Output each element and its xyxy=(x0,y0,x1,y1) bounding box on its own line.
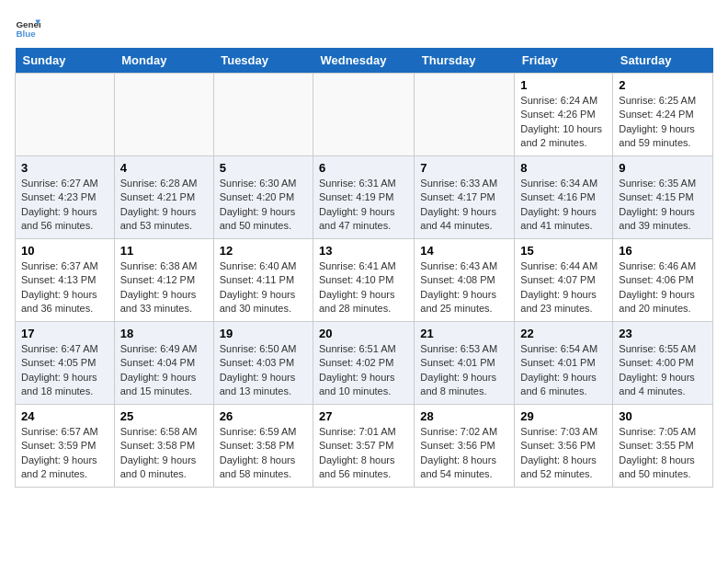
calendar-cell: 10Sunrise: 6:37 AM Sunset: 4:13 PM Dayli… xyxy=(16,239,115,322)
day-info: Sunrise: 6:58 AM Sunset: 3:58 PM Dayligh… xyxy=(120,425,208,482)
col-header-thursday: Thursday xyxy=(415,48,515,74)
calendar-cell: 2Sunrise: 6:25 AM Sunset: 4:24 PM Daylig… xyxy=(613,74,713,156)
calendar-cell: 13Sunrise: 6:41 AM Sunset: 4:10 PM Dayli… xyxy=(313,239,414,322)
day-info: Sunrise: 6:34 AM Sunset: 4:16 PM Dayligh… xyxy=(520,177,607,234)
day-info: Sunrise: 6:50 AM Sunset: 4:03 PM Dayligh… xyxy=(220,342,307,399)
calendar-cell: 20Sunrise: 6:51 AM Sunset: 4:02 PM Dayli… xyxy=(313,322,414,405)
calendar-cell: 7Sunrise: 6:33 AM Sunset: 4:17 PM Daylig… xyxy=(415,156,515,239)
day-number: 29 xyxy=(520,409,607,423)
day-number: 13 xyxy=(319,244,408,258)
day-info: Sunrise: 6:41 AM Sunset: 4:10 PM Dayligh… xyxy=(319,259,408,316)
day-number: 15 xyxy=(520,244,607,258)
day-info: Sunrise: 6:57 AM Sunset: 3:59 PM Dayligh… xyxy=(21,425,108,482)
calendar-cell: 26Sunrise: 6:59 AM Sunset: 3:58 PM Dayli… xyxy=(213,405,313,488)
day-number: 7 xyxy=(420,161,508,175)
logo: General Blue xyxy=(15,15,40,40)
day-number: 3 xyxy=(21,161,108,175)
day-info: Sunrise: 7:01 AM Sunset: 3:57 PM Dayligh… xyxy=(319,425,408,482)
day-number: 11 xyxy=(120,244,208,258)
day-info: Sunrise: 6:25 AM Sunset: 4:24 PM Dayligh… xyxy=(619,94,707,151)
day-number: 21 xyxy=(420,327,508,340)
day-info: Sunrise: 6:38 AM Sunset: 4:12 PM Dayligh… xyxy=(120,259,208,316)
day-number: 25 xyxy=(120,409,208,423)
day-info: Sunrise: 6:28 AM Sunset: 4:21 PM Dayligh… xyxy=(120,177,208,234)
day-info: Sunrise: 7:03 AM Sunset: 3:56 PM Dayligh… xyxy=(520,425,607,482)
col-header-sunday: Sunday xyxy=(16,48,115,74)
calendar-cell: 28Sunrise: 7:02 AM Sunset: 3:56 PM Dayli… xyxy=(415,405,515,488)
header: General Blue xyxy=(15,15,713,40)
day-number: 12 xyxy=(220,244,307,258)
calendar-cell: 17Sunrise: 6:47 AM Sunset: 4:05 PM Dayli… xyxy=(16,322,115,405)
calendar-cell xyxy=(213,74,313,156)
day-info: Sunrise: 6:54 AM Sunset: 4:01 PM Dayligh… xyxy=(520,342,607,399)
day-number: 8 xyxy=(520,161,607,175)
calendar-cell: 1Sunrise: 6:24 AM Sunset: 4:26 PM Daylig… xyxy=(515,74,613,156)
col-header-tuesday: Tuesday xyxy=(213,48,313,74)
day-info: Sunrise: 6:40 AM Sunset: 4:11 PM Dayligh… xyxy=(220,259,307,316)
day-info: Sunrise: 6:37 AM Sunset: 4:13 PM Dayligh… xyxy=(21,259,108,316)
day-number: 27 xyxy=(319,409,408,423)
col-header-friday: Friday xyxy=(515,48,613,74)
col-header-saturday: Saturday xyxy=(613,48,713,74)
calendar-cell xyxy=(313,74,414,156)
calendar-cell: 23Sunrise: 6:55 AM Sunset: 4:00 PM Dayli… xyxy=(613,322,713,405)
calendar-cell: 15Sunrise: 6:44 AM Sunset: 4:07 PM Dayli… xyxy=(515,239,613,322)
day-number: 28 xyxy=(420,409,508,423)
day-info: Sunrise: 7:02 AM Sunset: 3:56 PM Dayligh… xyxy=(420,425,508,482)
calendar-cell: 29Sunrise: 7:03 AM Sunset: 3:56 PM Dayli… xyxy=(515,405,613,488)
calendar-cell xyxy=(16,74,115,156)
calendar-cell: 18Sunrise: 6:49 AM Sunset: 4:04 PM Dayli… xyxy=(114,322,213,405)
day-number: 20 xyxy=(319,327,408,340)
day-number: 5 xyxy=(220,161,307,175)
calendar-cell: 14Sunrise: 6:43 AM Sunset: 4:08 PM Dayli… xyxy=(415,239,515,322)
day-info: Sunrise: 6:53 AM Sunset: 4:01 PM Dayligh… xyxy=(420,342,508,399)
calendar-cell: 12Sunrise: 6:40 AM Sunset: 4:11 PM Dayli… xyxy=(213,239,313,322)
logo-icon: General Blue xyxy=(15,15,40,40)
day-info: Sunrise: 6:59 AM Sunset: 3:58 PM Dayligh… xyxy=(220,425,307,482)
day-info: Sunrise: 6:43 AM Sunset: 4:08 PM Dayligh… xyxy=(420,259,508,316)
day-number: 22 xyxy=(520,327,607,340)
day-number: 19 xyxy=(220,327,307,340)
day-info: Sunrise: 7:05 AM Sunset: 3:55 PM Dayligh… xyxy=(619,425,707,482)
calendar-cell: 22Sunrise: 6:54 AM Sunset: 4:01 PM Dayli… xyxy=(515,322,613,405)
day-number: 17 xyxy=(21,327,108,340)
day-number: 18 xyxy=(120,327,208,340)
calendar-cell: 27Sunrise: 7:01 AM Sunset: 3:57 PM Dayli… xyxy=(313,405,414,488)
day-info: Sunrise: 6:44 AM Sunset: 4:07 PM Dayligh… xyxy=(520,259,607,316)
day-info: Sunrise: 6:31 AM Sunset: 4:19 PM Dayligh… xyxy=(319,177,408,234)
col-header-monday: Monday xyxy=(114,48,213,74)
calendar-cell: 11Sunrise: 6:38 AM Sunset: 4:12 PM Dayli… xyxy=(114,239,213,322)
calendar-cell: 6Sunrise: 6:31 AM Sunset: 4:19 PM Daylig… xyxy=(313,156,414,239)
calendar-cell: 4Sunrise: 6:28 AM Sunset: 4:21 PM Daylig… xyxy=(114,156,213,239)
col-header-wednesday: Wednesday xyxy=(313,48,414,74)
day-number: 23 xyxy=(619,327,707,340)
day-info: Sunrise: 6:51 AM Sunset: 4:02 PM Dayligh… xyxy=(319,342,408,399)
day-number: 2 xyxy=(619,78,707,92)
calendar-cell: 21Sunrise: 6:53 AM Sunset: 4:01 PM Dayli… xyxy=(415,322,515,405)
calendar-cell: 5Sunrise: 6:30 AM Sunset: 4:20 PM Daylig… xyxy=(213,156,313,239)
day-number: 1 xyxy=(520,78,607,92)
day-info: Sunrise: 6:30 AM Sunset: 4:20 PM Dayligh… xyxy=(220,177,307,234)
day-info: Sunrise: 6:33 AM Sunset: 4:17 PM Dayligh… xyxy=(420,177,508,234)
day-number: 4 xyxy=(120,161,208,175)
day-number: 16 xyxy=(619,244,707,258)
svg-text:Blue: Blue xyxy=(16,29,36,39)
day-info: Sunrise: 6:47 AM Sunset: 4:05 PM Dayligh… xyxy=(21,342,108,399)
day-info: Sunrise: 6:46 AM Sunset: 4:06 PM Dayligh… xyxy=(619,259,707,316)
calendar-cell: 25Sunrise: 6:58 AM Sunset: 3:58 PM Dayli… xyxy=(114,405,213,488)
calendar-cell: 3Sunrise: 6:27 AM Sunset: 4:23 PM Daylig… xyxy=(16,156,115,239)
calendar-cell: 24Sunrise: 6:57 AM Sunset: 3:59 PM Dayli… xyxy=(16,405,115,488)
calendar-cell: 16Sunrise: 6:46 AM Sunset: 4:06 PM Dayli… xyxy=(613,239,713,322)
calendar-cell xyxy=(114,74,213,156)
calendar-cell xyxy=(415,74,515,156)
calendar-cell: 8Sunrise: 6:34 AM Sunset: 4:16 PM Daylig… xyxy=(515,156,613,239)
day-number: 26 xyxy=(220,409,307,423)
day-number: 30 xyxy=(619,409,707,423)
calendar-cell: 30Sunrise: 7:05 AM Sunset: 3:55 PM Dayli… xyxy=(613,405,713,488)
day-info: Sunrise: 6:24 AM Sunset: 4:26 PM Dayligh… xyxy=(520,94,607,151)
day-info: Sunrise: 6:27 AM Sunset: 4:23 PM Dayligh… xyxy=(21,177,108,234)
day-number: 6 xyxy=(319,161,408,175)
calendar-cell: 9Sunrise: 6:35 AM Sunset: 4:15 PM Daylig… xyxy=(613,156,713,239)
calendar-cell: 19Sunrise: 6:50 AM Sunset: 4:03 PM Dayli… xyxy=(213,322,313,405)
day-number: 10 xyxy=(21,244,108,258)
